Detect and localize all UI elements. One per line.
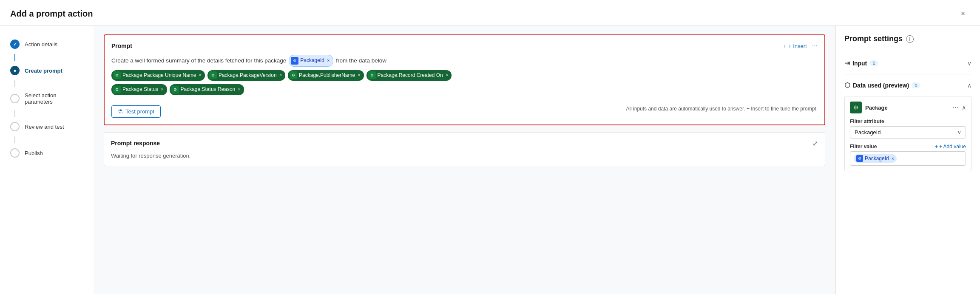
expand-icon[interactable]: ⤢ — [812, 139, 818, 147]
data-used-label: Data used (preview) — [853, 82, 909, 89]
filter-attribute-dropdown[interactable]: PackageId ∨ — [850, 126, 966, 139]
filter-value-row: Filter value + + Add value — [850, 144, 966, 150]
add-value-button[interactable]: + + Add value — [935, 144, 966, 150]
flask-icon: ⚗ — [118, 108, 123, 115]
filter-attribute-value: PackageId — [855, 129, 881, 136]
filter-chip[interactable]: ⚙ PackageId × — [854, 154, 897, 163]
dialog-header: Add a prompt action × — [0, 0, 980, 26]
prompt-box: Prompt + + Insert ··· Create a well form… — [104, 34, 825, 125]
step-connector-1 — [14, 54, 15, 61]
tag-chip-version[interactable]: ⚙ Package.PackageVersion × — [207, 70, 285, 81]
sidebar-item-create-prompt[interactable]: ● Create prompt — [7, 62, 87, 79]
prompt-text-before: Create a well formed summary of the deta… — [111, 56, 286, 66]
input-section-title: ⇥ Input 1 — [844, 59, 878, 67]
input-badge: 1 — [869, 60, 878, 66]
tag-label-created: Package.Record Created On — [378, 71, 443, 80]
test-prompt-button[interactable]: ⚗ Test prompt — [111, 105, 161, 118]
prompt-hint: All inputs and data are automatically us… — [626, 106, 818, 112]
package-card: ⚙ Package ··· ∧ Filter attribute Package… — [844, 96, 971, 171]
input-label: Input — [852, 60, 867, 67]
more-options-button[interactable]: ··· — [812, 42, 818, 50]
prompt-footer: ⚗ Test prompt All inputs and data are au… — [111, 100, 818, 118]
sidebar: ✓ Action details ● Create prompt Select … — [0, 26, 94, 294]
test-prompt-label: Test prompt — [125, 108, 154, 115]
sidebar-label-review: Review and test — [25, 124, 64, 130]
package-id-chip-close[interactable]: × — [327, 57, 330, 65]
add-value-plus-icon: + — [935, 144, 938, 150]
sidebar-item-action-details[interactable]: ✓ Action details — [7, 36, 87, 52]
prompt-line-1: Create a well formed summary of the deta… — [111, 55, 818, 67]
data-used-badge: 1 — [912, 82, 920, 88]
tag-chip-created[interactable]: ⚙ Package.Record Created On × — [366, 70, 452, 81]
data-used-title: ⬡ Data used (preview) 1 — [844, 81, 920, 89]
package-id-chip[interactable]: ⚙ PackageId × — [289, 55, 333, 67]
sidebar-item-publish[interactable]: Publish — [7, 145, 87, 161]
tag-icon-status-reason: ⚙ — [171, 86, 179, 93]
prompt-content: Create a well formed summary of the deta… — [111, 55, 818, 95]
tag-label-version: Package.PackageVersion — [219, 71, 277, 80]
package-name: Package — [865, 105, 888, 111]
tag-label-publisher: Package.PublisherName — [299, 71, 355, 80]
tag-close-created[interactable]: × — [446, 71, 448, 79]
tag-icon-version: ⚙ — [209, 71, 217, 79]
close-button[interactable]: × — [956, 7, 970, 20]
dialog-body: ✓ Action details ● Create prompt Select … — [0, 26, 980, 294]
settings-title-text: Prompt settings — [844, 34, 903, 43]
response-title: Prompt response — [111, 140, 160, 147]
prompt-title: Prompt — [111, 42, 132, 49]
step-circle-action-details: ✓ — [10, 40, 20, 49]
filter-chip-label: PackageId — [865, 155, 889, 161]
package-card-header: ⚙ Package ··· ∧ — [850, 102, 966, 113]
step-circle-create-prompt: ● — [10, 66, 20, 75]
tag-close-publisher[interactable]: × — [358, 71, 360, 79]
tag-close-unique-name[interactable]: × — [199, 71, 201, 79]
input-chevron-icon: ∨ — [967, 60, 971, 67]
prompt-tags-line-2: ⚙ Package.Package Unique Name × ⚙ Packag… — [111, 70, 818, 81]
step-circle-publish — [10, 148, 20, 158]
package-more-button[interactable]: ··· — [953, 104, 958, 111]
tag-icon-created: ⚙ — [368, 71, 376, 79]
package-id-chip-label: PackageId — [300, 56, 324, 65]
tag-chip-publisher[interactable]: ⚙ Package.PublisherName × — [288, 70, 364, 81]
sidebar-item-review[interactable]: Review and test — [7, 119, 87, 135]
tag-icon-unique-name: ⚙ — [113, 71, 121, 79]
input-section-header[interactable]: ⇥ Input 1 ∨ — [844, 56, 971, 71]
response-text: Waiting for response generation. — [111, 153, 818, 159]
insert-plus-icon: + — [783, 43, 787, 49]
tag-label-status-reason: Package.Status Reason — [181, 85, 236, 94]
insert-label: + Insert — [788, 43, 807, 49]
step-connector-4 — [14, 136, 15, 143]
prompt-settings-title: Prompt settings i — [844, 34, 971, 43]
tag-icon-status: ⚙ — [113, 86, 121, 93]
prompt-tags-line-3: ⚙ Package.Status × ⚙ Package.Status Reas… — [111, 84, 818, 95]
main-content: Prompt + + Insert ··· Create a well form… — [94, 26, 835, 294]
tag-close-status-reason[interactable]: × — [238, 85, 240, 94]
filter-chip-icon: ⚙ — [856, 155, 863, 162]
add-value-label: + Add value — [939, 144, 966, 150]
info-icon[interactable]: i — [906, 35, 914, 43]
input-arrow-icon: ⇥ — [844, 59, 850, 67]
tag-chip-unique-name[interactable]: ⚙ Package.Package Unique Name × — [111, 70, 205, 81]
data-used-section-header[interactable]: ⬡ Data used (preview) 1 ∧ — [844, 78, 971, 93]
sidebar-label-create-prompt: Create prompt — [25, 68, 62, 74]
tag-icon-publisher: ⚙ — [290, 71, 297, 79]
tag-label-unique-name: Package.Package Unique Name — [122, 71, 196, 80]
filter-value-label-text: Filter value — [850, 144, 877, 150]
prompt-text-after: from the data below — [336, 56, 386, 66]
tag-close-status[interactable]: × — [161, 85, 163, 94]
insert-button[interactable]: + + Insert — [783, 43, 807, 49]
right-panel: Prompt settings i ⇥ Input 1 ∨ ⬡ Data use… — [835, 26, 980, 294]
tag-chip-status[interactable]: ⚙ Package.Status × — [111, 84, 167, 95]
database-icon: ⬡ — [844, 81, 850, 89]
tag-chip-status-reason[interactable]: ⚙ Package.Status Reason × — [170, 84, 244, 95]
package-card-actions: ··· ∧ — [953, 104, 966, 111]
dialog-title: Add a prompt action — [10, 9, 93, 19]
sidebar-item-select-params[interactable]: Select action parameters — [7, 89, 87, 108]
tag-close-version[interactable]: × — [279, 71, 282, 79]
filter-chip-close[interactable]: × — [892, 156, 894, 161]
step-connector-2 — [14, 80, 15, 87]
package-icon: ⚙ — [850, 102, 862, 113]
package-collapse-icon[interactable]: ∧ — [962, 104, 966, 111]
prompt-header: Prompt + + Insert ··· — [111, 42, 818, 50]
package-info: ⚙ Package — [850, 102, 888, 113]
